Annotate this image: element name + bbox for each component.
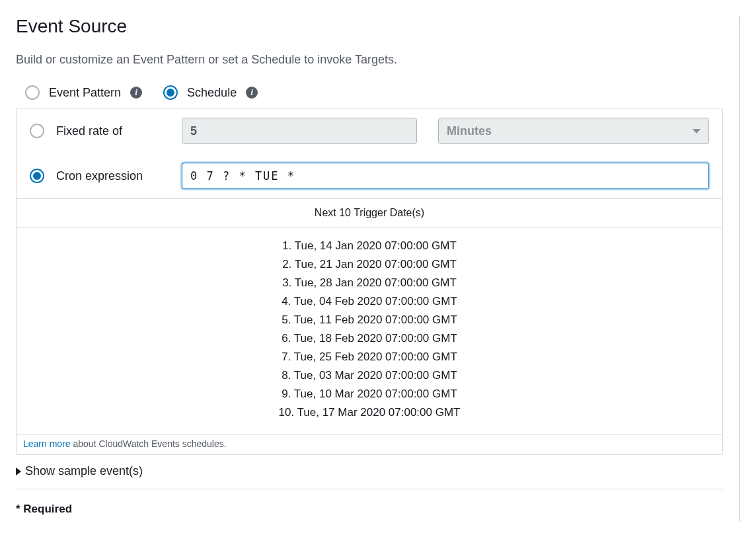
info-icon[interactable]: i [130, 87, 142, 99]
trigger-item: 7. Tue, 25 Feb 2020 07:00:00 GMT [17, 348, 722, 366]
fixed-rate-radio[interactable] [30, 124, 44, 138]
chevron-down-icon [693, 129, 700, 134]
show-sample-events-toggle[interactable]: Show sample event(s) [16, 464, 723, 478]
trigger-item: 6. Tue, 18 Feb 2020 07:00:00 GMT [17, 329, 722, 348]
learn-more-link[interactable]: Learn more [23, 438, 71, 449]
fixed-rate-unit-value: Minutes [447, 124, 492, 138]
trigger-item: 2. Tue, 21 Jan 2020 07:00:00 GMT [17, 255, 722, 274]
page-title: Event Source [16, 16, 723, 37]
trigger-item: 4. Tue, 04 Feb 2020 07:00:00 GMT [17, 292, 722, 311]
cron-input[interactable] [182, 163, 709, 189]
trigger-item: 1. Tue, 14 Jan 2020 07:00:00 GMT [17, 237, 722, 255]
fixed-rate-row: Fixed rate of Minutes [17, 108, 722, 153]
trigger-item: 3. Tue, 28 Jan 2020 07:00:00 GMT [17, 274, 722, 292]
trigger-item: 5. Tue, 11 Feb 2020 07:00:00 GMT [17, 311, 722, 329]
fixed-rate-label: Fixed rate of [56, 124, 170, 138]
source-type-group: Event Pattern i Schedule i [16, 85, 723, 100]
trigger-list: 1. Tue, 14 Jan 2020 07:00:00 GMT 2. Tue,… [17, 227, 722, 434]
required-note: * Required [16, 503, 723, 516]
schedule-label: Schedule [187, 86, 237, 100]
schedule-config-box: Fixed rate of Minutes Cron expression Ne… [16, 108, 723, 455]
cron-radio[interactable] [30, 169, 44, 183]
schedule-radio[interactable] [163, 85, 178, 100]
learn-more-text: about CloudWatch Events schedules. [71, 438, 227, 449]
info-icon[interactable]: i [246, 87, 258, 99]
trigger-item: 9. Tue, 10 Mar 2020 07:00:00 GMT [17, 385, 722, 403]
fixed-rate-unit-select[interactable]: Minutes [438, 118, 709, 144]
event-pattern-option[interactable]: Event Pattern i [25, 85, 142, 100]
schedule-option[interactable]: Schedule i [163, 85, 258, 100]
show-sample-events-label: Show sample event(s) [25, 464, 143, 478]
trigger-item: 8. Tue, 03 Mar 2020 07:00:00 GMT [17, 366, 722, 385]
trigger-dates-header: Next 10 Trigger Date(s) [17, 198, 722, 227]
trigger-item: 10. Tue, 17 Mar 2020 07:00:00 GMT [17, 403, 722, 422]
page-description: Build or customize an Event Pattern or s… [16, 53, 723, 67]
learn-more-row: Learn more about CloudWatch Events sched… [17, 434, 722, 454]
event-pattern-label: Event Pattern [49, 86, 121, 100]
event-pattern-radio[interactable] [25, 85, 40, 100]
caret-right-icon [16, 468, 21, 475]
cron-label: Cron expression [56, 169, 170, 183]
cron-row: Cron expression [17, 153, 722, 198]
fixed-rate-input[interactable] [182, 118, 417, 144]
divider [16, 489, 723, 489]
